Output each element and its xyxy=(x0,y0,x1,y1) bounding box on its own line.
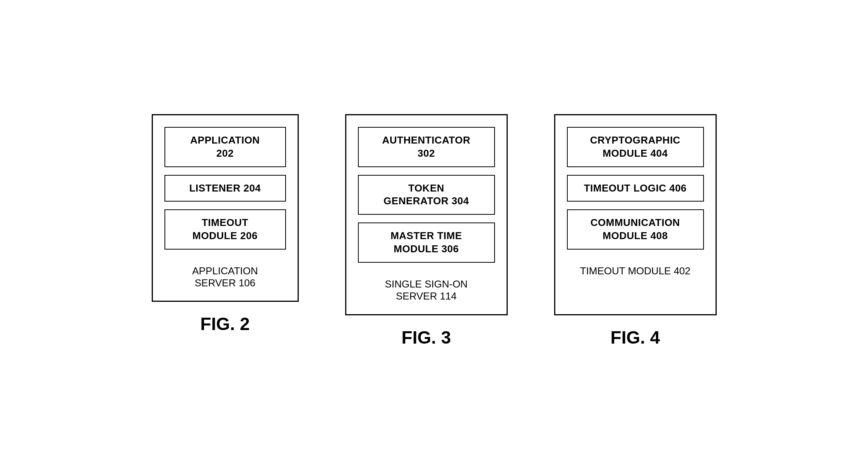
fig3-box-authenticator: AUTHENTICATOR302 xyxy=(358,127,495,167)
fig4-crypto-label: CRYPTOGRAPHICMODULE 404 xyxy=(590,134,680,160)
fig4-container: CRYPTOGRAPHICMODULE 404 TIMEOUT LOGIC 40… xyxy=(554,114,717,348)
fig3-server-label: SINGLE SIGN-ONSERVER 114 xyxy=(358,274,495,302)
fig3-token-label: TOKENGENERATOR 304 xyxy=(383,182,469,208)
fig4-label: FIG. 4 xyxy=(611,327,660,348)
fig2-label: FIG. 2 xyxy=(200,313,250,334)
fig3-mastertime-label: MASTER TIMEMODULE 306 xyxy=(390,229,462,256)
fig2-outer-box: APPLICATION202 LISTENER 204 TIMEOUTMODUL… xyxy=(152,114,299,302)
page-container: APPLICATION202 LISTENER 204 TIMEOUTMODUL… xyxy=(0,0,868,462)
fig2-timeout-label: TIMEOUTMODULE 206 xyxy=(192,216,257,243)
fig4-timeout-label: TIMEOUT LOGIC 406 xyxy=(584,182,687,195)
fig2-box-application: APPLICATION202 xyxy=(164,127,286,167)
fig2-box-listener: LISTENER 204 xyxy=(164,175,286,202)
fig2-container: APPLICATION202 LISTENER 204 TIMEOUTMODUL… xyxy=(152,114,299,334)
fig3-box-token: TOKENGENERATOR 304 xyxy=(358,175,495,215)
fig3-label: FIG. 3 xyxy=(402,327,451,348)
fig4-box-crypto: CRYPTOGRAPHICMODULE 404 xyxy=(567,127,704,167)
fig3-authenticator-label: AUTHENTICATOR302 xyxy=(382,134,471,160)
fig4-box-timeout: TIMEOUT LOGIC 406 xyxy=(567,175,704,202)
fig4-outer-box: CRYPTOGRAPHICMODULE 404 TIMEOUT LOGIC 40… xyxy=(554,114,717,315)
figures-row: APPLICATION202 LISTENER 204 TIMEOUTMODUL… xyxy=(113,91,755,371)
fig4-module-label: TIMEOUT MODULE 402 xyxy=(567,261,704,277)
fig4-box-communication: COMMUNICATIONMODULE 408 xyxy=(567,209,704,250)
fig2-application-label: APPLICATION202 xyxy=(190,134,260,160)
fig2-listener-label: LISTENER 204 xyxy=(189,182,261,195)
fig3-box-mastertime: MASTER TIMEMODULE 306 xyxy=(358,222,495,263)
fig2-box-timeout: TIMEOUTMODULE 206 xyxy=(164,209,286,250)
fig2-server-label: APPLICATIONSERVER 106 xyxy=(164,261,286,289)
fig4-communication-label: COMMUNICATIONMODULE 408 xyxy=(591,216,680,243)
fig3-outer-box: AUTHENTICATOR302 TOKENGENERATOR 304 MAST… xyxy=(345,114,508,315)
fig3-container: AUTHENTICATOR302 TOKENGENERATOR 304 MAST… xyxy=(345,114,508,348)
